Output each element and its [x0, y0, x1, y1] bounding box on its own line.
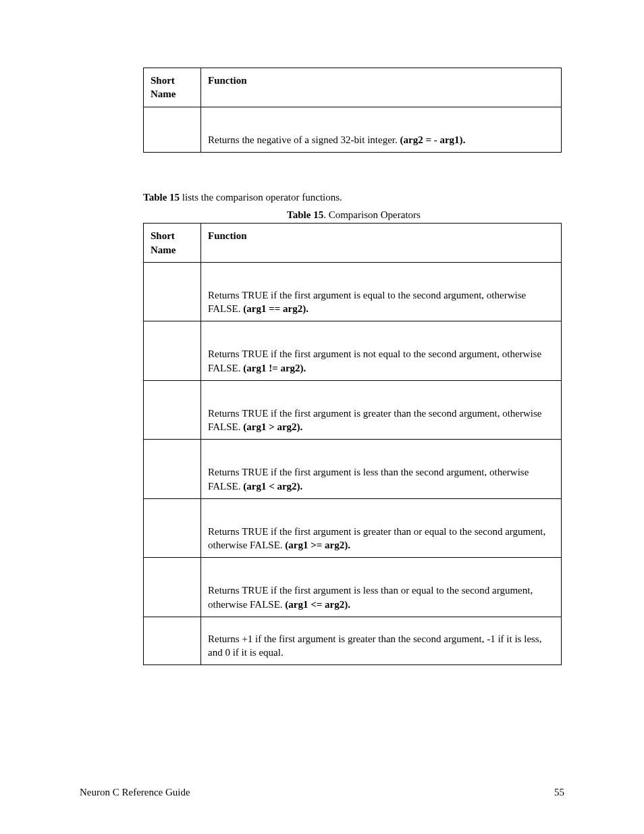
cell-function: Returns +1 if the first argument is grea…: [201, 617, 562, 665]
col-header-short: Short Name: [144, 68, 201, 107]
cell-short: [144, 440, 201, 499]
cell-expr: (arg1 <= arg2): [285, 599, 348, 610]
page-footer: Neuron C Reference Guide 55: [80, 785, 564, 799]
cell-short: [144, 107, 201, 152]
cell-function: Returns TRUE if the first argument is eq…: [201, 262, 562, 321]
cell-expr: (arg1 >= arg2): [285, 540, 348, 550]
cell-function: Returns TRUE if the first argument is no…: [201, 321, 562, 381]
cell-expr: (arg1 < arg2): [243, 481, 300, 492]
table-header-row: Short Name Function: [144, 68, 562, 107]
cell-expr: (arg1 == arg2): [243, 303, 306, 314]
table-comparison-operators: Short Name Function Returns TRUE if the …: [143, 223, 562, 665]
cell-function: Returns TRUE if the first argument is gr…: [201, 498, 562, 558]
footer-title: Neuron C Reference Guide: [80, 785, 190, 799]
table-row: Returns +1 if the first argument is grea…: [144, 617, 562, 665]
cell-desc: Returns TRUE if the first argument is gr…: [208, 526, 545, 550]
cell-short: [144, 558, 201, 617]
caption-rest: . Comparison Operators: [323, 209, 421, 220]
col-header-short: Short Name: [144, 224, 201, 263]
col-header-function: Function: [201, 224, 562, 263]
intro-lead: Table 15: [143, 192, 180, 203]
cell-expr: (arg1 > arg2): [243, 421, 300, 432]
cell-short: [144, 321, 201, 381]
cell-expr: (arg2 = - arg1): [400, 134, 463, 145]
cell-function: Returns TRUE if the first argument is le…: [201, 558, 562, 617]
table-row: Returns TRUE if the first argument is le…: [144, 440, 562, 499]
table-caption: Table 15. Comparison Operators: [143, 208, 564, 221]
intro-rest: lists the comparison operator functions.: [180, 192, 342, 203]
table-row: Returns TRUE if the first argument is le…: [144, 558, 562, 617]
cell-short: [144, 617, 201, 665]
intro-paragraph: Table 15 lists the comparison operator f…: [143, 190, 564, 204]
table-continuation: Short Name Function Returns the negative…: [143, 68, 562, 153]
table-row: Returns TRUE if the first argument is gr…: [144, 498, 562, 558]
cell-function: Returns the negative of a signed 32-bit …: [201, 107, 562, 152]
col-header-function: Function: [201, 68, 562, 107]
table-row: Returns the negative of a signed 32-bit …: [144, 107, 562, 152]
table-row: Returns TRUE if the first argument is eq…: [144, 262, 562, 321]
cell-expr: (arg1 != arg2): [243, 363, 303, 373]
table-row: Returns TRUE if the first argument is no…: [144, 321, 562, 381]
table-row: Returns TRUE if the first argument is gr…: [144, 380, 562, 440]
footer-page-number: 55: [554, 785, 564, 799]
cell-desc: Returns the negative of a signed 32-bit …: [208, 134, 400, 145]
cell-function: Returns TRUE if the first argument is gr…: [201, 380, 562, 440]
cell-short: [144, 498, 201, 558]
cell-function: Returns TRUE if the first argument is le…: [201, 440, 562, 499]
cell-desc: Returns TRUE if the first argument is le…: [208, 585, 533, 609]
cell-desc: Returns +1 if the first argument is grea…: [208, 633, 541, 658]
cell-short: [144, 380, 201, 440]
table-header-row: Short Name Function: [144, 224, 562, 263]
cell-short: [144, 262, 201, 321]
caption-lead: Table 15: [287, 209, 323, 220]
